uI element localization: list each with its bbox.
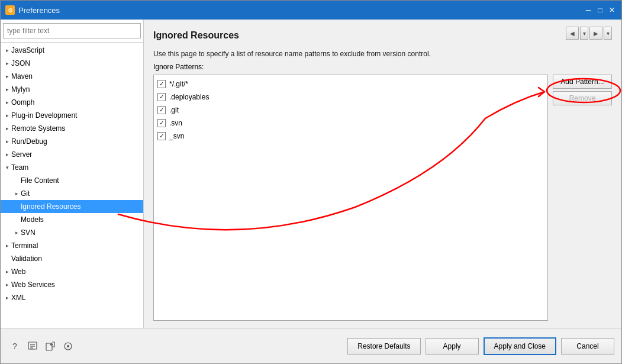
pattern-checkbox[interactable] <box>157 119 166 127</box>
apply-button[interactable]: Apply <box>426 338 479 355</box>
sidebar-item-mylyn[interactable]: ▸Mylyn <box>1 83 143 96</box>
nav-back-button[interactable]: ◀ <box>566 27 579 40</box>
tree-expander-icon: ▸ <box>12 228 21 237</box>
panel-description: Use this page to specify a list of resou… <box>153 49 612 59</box>
cancel-button[interactable]: Cancel <box>561 338 614 355</box>
sidebar-item-team[interactable]: ▾Team <box>1 161 143 174</box>
tree-expander-icon: ▸ <box>3 59 11 67</box>
main-content: ▸JavaScript▸JSON▸Maven▸Mylyn▸Oomph▸Plug-… <box>1 20 621 328</box>
tree-expander-icon <box>12 176 21 185</box>
tree-expander-icon: ▸ <box>3 150 11 159</box>
search-input[interactable] <box>3 23 141 38</box>
sidebar-item-models[interactable]: Models <box>1 213 143 226</box>
patterns-buttons: Add Pattern... Remove <box>553 75 612 321</box>
sidebar-item-label: Oomph <box>11 98 143 107</box>
nav-forward-dropdown[interactable]: ▾ <box>604 27 612 40</box>
search-box <box>1 20 143 43</box>
sidebar-item-label: File Content <box>21 176 143 185</box>
pattern-item[interactable]: .svn <box>154 117 547 130</box>
tree-expander-icon: ▸ <box>3 85 11 94</box>
add-pattern-button[interactable]: Add Pattern... <box>553 75 612 89</box>
sidebar-item-label: Run/Debug <box>11 137 143 146</box>
apply-and-close-button[interactable]: Apply and Close <box>484 337 556 355</box>
tree-expander-icon: ▸ <box>3 294 11 302</box>
sidebar-item-ignored-resources[interactable]: Ignored Resources <box>1 200 143 213</box>
export-preferences-icon[interactable] <box>25 339 40 353</box>
window-icon: ⚙ <box>5 5 15 15</box>
close-button[interactable]: ✕ <box>607 5 617 15</box>
sidebar-item-label: Ignored Resources <box>21 202 143 211</box>
window-title: Preferences <box>18 6 584 15</box>
window-controls: ─ □ ✕ <box>584 5 617 15</box>
tree-expander-icon: ▸ <box>3 137 11 146</box>
panel-header: Ignored Resources ◀ ▾ ▶ ▾ <box>153 27 612 44</box>
tree-expander-icon: ▸ <box>3 72 11 80</box>
pattern-text: .svn <box>169 119 182 127</box>
tree-expander-icon: ▸ <box>3 124 11 133</box>
tree-expander-icon: ▸ <box>3 241 11 250</box>
sidebar-item-terminal[interactable]: ▸Terminal <box>1 239 143 252</box>
tree-expander-icon: ▸ <box>3 111 11 120</box>
panel-nav: ◀ ▾ ▶ ▾ <box>566 27 612 40</box>
sidebar-item-xml[interactable]: ▸XML <box>1 291 143 304</box>
sidebar-item-run-debug[interactable]: ▸Run/Debug <box>1 135 143 148</box>
help-icon[interactable]: ? <box>8 339 22 353</box>
tree-expander-icon <box>12 202 21 211</box>
sidebar-item-label: Server <box>11 150 143 159</box>
sidebar-item-label: Plug-in Development <box>11 111 143 120</box>
sidebar-item-git[interactable]: ▸Git <box>1 187 143 200</box>
pattern-text: */.git/* <box>169 80 188 88</box>
nav-forward-button[interactable]: ▶ <box>589 27 602 40</box>
bottom-bar: ? <box>1 328 621 363</box>
pattern-checkbox[interactable] <box>157 93 166 101</box>
sidebar-item-file-content[interactable]: File Content <box>1 174 143 187</box>
sidebar-item-javascript[interactable]: ▸JavaScript <box>1 44 143 57</box>
sidebar-item-label: JSON <box>11 59 143 67</box>
panel-title: Ignored Resources <box>153 30 566 41</box>
bottom-bar-right: Restore Defaults Apply Apply and Close C… <box>347 337 614 355</box>
pattern-text: .deployables <box>169 93 209 101</box>
sidebar-item-label: Team <box>11 163 143 172</box>
restore-defaults-button[interactable]: Restore Defaults <box>347 338 420 355</box>
sidebar-item-oomph[interactable]: ▸Oomph <box>1 96 143 109</box>
sidebar-item-label: Web <box>11 268 143 276</box>
sidebar-item-json[interactable]: ▸JSON <box>1 57 143 70</box>
nav-back-dropdown[interactable]: ▾ <box>580 27 588 40</box>
patterns-area: */.git/*.deployables.git.svn_svn Add Pat… <box>153 75 612 321</box>
pattern-item[interactable]: _svn <box>154 130 547 143</box>
pattern-item[interactable]: .git <box>154 104 547 117</box>
sidebar-item-label: Mylyn <box>11 85 143 94</box>
sidebar-item-svn[interactable]: ▸SVN <box>1 226 143 239</box>
sidebar-item-web-services[interactable]: ▸Web Services <box>1 278 143 291</box>
tree-expander-icon <box>12 215 21 224</box>
pattern-item[interactable]: .deployables <box>154 91 547 104</box>
pattern-checkbox[interactable] <box>157 132 166 140</box>
pattern-item[interactable]: */.git/* <box>154 78 547 91</box>
pattern-checkbox[interactable] <box>157 106 166 114</box>
remove-button[interactable]: Remove <box>553 91 612 105</box>
sidebar-item-plugin-dev[interactable]: ▸Plug-in Development <box>1 109 143 122</box>
sidebar-item-remote-systems[interactable]: ▸Remote Systems <box>1 122 143 135</box>
sidebar-item-label: Web Services <box>11 281 143 289</box>
tree-expander-icon: ▸ <box>3 46 11 54</box>
sidebar-item-maven[interactable]: ▸Maven <box>1 70 143 83</box>
svg-point-7 <box>67 345 69 347</box>
maximize-button[interactable]: □ <box>595 5 605 15</box>
title-bar: ⚙ Preferences ─ □ ✕ <box>1 1 621 20</box>
sidebar-item-label: XML <box>11 294 143 302</box>
sidebar: ▸JavaScript▸JSON▸Maven▸Mylyn▸Oomph▸Plug-… <box>1 20 144 328</box>
pattern-checkbox[interactable] <box>157 80 166 88</box>
restore-icon[interactable] <box>61 339 75 353</box>
minimize-button[interactable]: ─ <box>584 5 593 15</box>
tree: ▸JavaScript▸JSON▸Maven▸Mylyn▸Oomph▸Plug-… <box>1 43 143 328</box>
patterns-list: */.git/*.deployables.git.svn_svn <box>153 75 548 321</box>
sidebar-item-server[interactable]: ▸Server <box>1 148 143 161</box>
sidebar-item-validation[interactable]: Validation <box>1 252 143 265</box>
sidebar-item-label: Remote Systems <box>11 124 143 133</box>
right-panel: Ignored Resources ◀ ▾ ▶ ▾ Use this page … <box>144 20 621 328</box>
pattern-text: .git <box>169 106 179 114</box>
sidebar-item-label: Terminal <box>11 241 143 250</box>
import-preferences-icon[interactable] <box>43 339 57 353</box>
sidebar-item-label: Git <box>21 189 143 198</box>
sidebar-item-web[interactable]: ▸Web <box>1 265 143 278</box>
